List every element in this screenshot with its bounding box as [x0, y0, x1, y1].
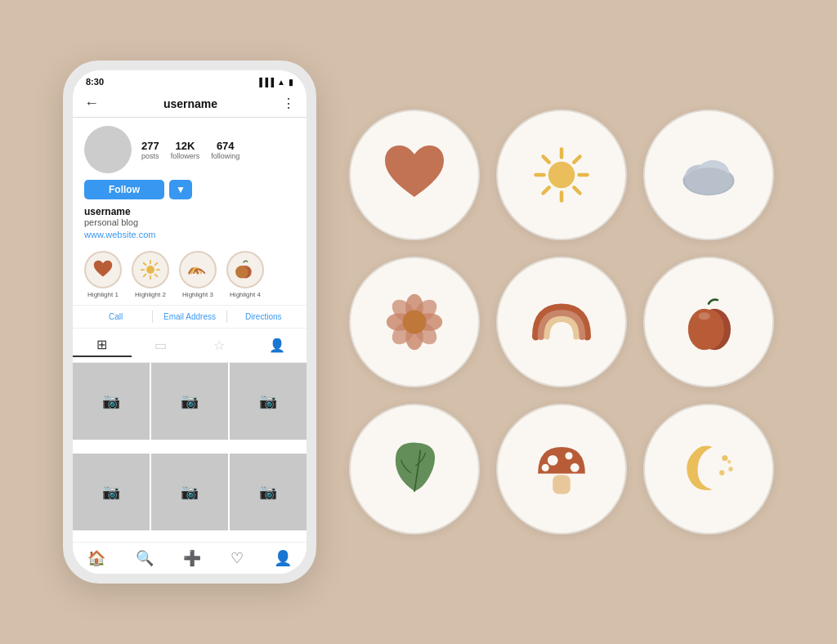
svg-point-41 [542, 464, 549, 472]
directions-tab[interactable]: Directions [229, 311, 298, 323]
status-time: 8:30 [86, 77, 104, 87]
contact-tabs: Call Email Address Directions [73, 305, 307, 329]
highlight-heart-circle[interactable] [349, 110, 480, 240]
svg-point-43 [728, 467, 732, 471]
highlight-3[interactable]: Highlight 3 [179, 251, 217, 298]
svg-line-19 [544, 187, 549, 193]
follow-row: Follow ▼ [84, 180, 295, 199]
status-icons: ▐▐▐ ▲ ▮ [257, 78, 293, 87]
photo-cell-6[interactable]: 📷 [230, 454, 307, 530]
home-nav[interactable]: 🏠 [87, 549, 105, 567]
profile-top: 277 posts 12K followers 674 following [84, 126, 295, 173]
svg-point-36 [698, 312, 709, 320]
highlight-4-label: Highlight 4 [230, 291, 261, 298]
svg-rect-37 [553, 475, 571, 494]
svg-point-44 [719, 470, 724, 475]
highlights-section: Highlight 1 [73, 244, 307, 305]
highlight-circle-4 [226, 251, 264, 288]
posts-count: 277 [141, 140, 159, 152]
highlight-1[interactable]: Highlight 1 [84, 251, 122, 298]
photo-cell-4[interactable]: 📷 [73, 454, 150, 530]
svg-point-38 [548, 455, 558, 466]
nav-bar: ← username ⋮ [73, 90, 307, 118]
highlight-apple-circle[interactable] [643, 257, 774, 387]
profile-bio: personal blog [84, 217, 295, 227]
grid-view-tab[interactable]: ⊞ [73, 333, 132, 357]
back-button[interactable]: ← [84, 95, 99, 112]
highlight-leaf-circle[interactable] [349, 404, 480, 534]
followers-stat: 12K followers [171, 140, 200, 160]
photo-cell-2[interactable]: 📷 [151, 363, 228, 440]
following-count: 674 [217, 140, 235, 152]
list-view-tab[interactable]: ▭ [132, 333, 190, 357]
bottom-nav: 🏠 🔍 ➕ ♡ 👤 [73, 542, 307, 574]
highlight-flower-circle[interactable] [349, 257, 480, 387]
status-bar: 8:30 ▐▐▐ ▲ ▮ [73, 70, 307, 90]
svg-point-32 [403, 311, 427, 334]
highlight-cloud-circle[interactable] [643, 110, 774, 240]
svg-line-17 [574, 187, 580, 193]
highlight-circle-3 [179, 251, 217, 288]
followers-label: followers [171, 152, 200, 160]
signal-icon: ▐▐▐ [257, 78, 274, 87]
search-nav[interactable]: 🔍 [136, 549, 154, 567]
email-tab[interactable]: Email Address [154, 311, 224, 323]
following-stat: 674 following [211, 140, 239, 160]
tagged-view-tab[interactable]: 👤 [248, 333, 307, 357]
avatar [84, 126, 132, 173]
likes-nav[interactable]: ♡ [231, 549, 244, 567]
profile-link[interactable]: www.website.com [84, 230, 295, 239]
svg-line-18 [574, 157, 580, 163]
phone-mockup: 8:30 ▐▐▐ ▲ ▮ ← username ⋮ [63, 60, 316, 584]
highlight-rainbow-circle[interactable] [496, 257, 627, 387]
highlights-grid [349, 110, 774, 534]
svg-point-23 [685, 168, 732, 194]
highlight-2[interactable]: Highlight 2 [132, 251, 169, 298]
svg-point-45 [727, 460, 732, 464]
svg-point-0 [146, 266, 154, 274]
svg-line-5 [144, 263, 146, 266]
highlight-mushroom-circle[interactable] [496, 404, 627, 534]
nav-menu-button[interactable]: ⋮ [282, 96, 295, 111]
highlight-moon-circle[interactable] [643, 404, 774, 534]
profile-name: username [84, 206, 295, 217]
followers-count: 12K [176, 140, 195, 152]
highlight-circle-1 [84, 251, 122, 288]
highlight-2-label: Highlight 2 [135, 291, 166, 298]
svg-point-11 [548, 162, 575, 188]
profile-section: 277 posts 12K followers 674 following [73, 118, 307, 244]
view-tabs: ⊞ ▭ ☆ 👤 [73, 329, 307, 363]
highlight-circle-2 [132, 251, 169, 288]
svg-line-8 [144, 275, 146, 277]
svg-line-6 [155, 275, 158, 277]
saved-view-tab[interactable]: ☆ [190, 333, 248, 357]
photo-cell-1[interactable]: 📷 [73, 363, 150, 440]
highlight-sun-circle[interactable] [496, 110, 627, 240]
svg-point-10 [235, 266, 248, 278]
profile-stats: 277 posts 12K followers 674 following [141, 140, 295, 160]
svg-line-7 [155, 263, 158, 266]
highlight-4[interactable]: Highlight 4 [226, 251, 264, 298]
svg-point-42 [722, 455, 727, 461]
nav-username: username [163, 97, 217, 110]
posts-stat: 277 posts [141, 140, 159, 160]
photo-grid: 📷 📷 📷 📷 📷 📷 [73, 363, 307, 542]
wifi-icon: ▲ [277, 78, 285, 87]
add-nav[interactable]: ➕ [183, 549, 201, 567]
highlight-1-label: Highlight 1 [87, 291, 119, 298]
highlight-3-label: Highlight 3 [182, 291, 213, 298]
following-label: following [211, 152, 239, 160]
photo-cell-5[interactable]: 📷 [151, 454, 228, 530]
svg-line-16 [544, 157, 549, 163]
profile-nav[interactable]: 👤 [274, 549, 292, 567]
call-tab[interactable]: Call [81, 311, 150, 323]
phone-screen: 8:30 ▐▐▐ ▲ ▮ ← username ⋮ [73, 70, 307, 574]
main-container: 8:30 ▐▐▐ ▲ ▮ ← username ⋮ [0, 0, 837, 644]
battery-icon: ▮ [289, 78, 293, 87]
follow-dropdown-button[interactable]: ▼ [169, 180, 192, 199]
posts-label: posts [141, 152, 159, 160]
svg-point-39 [566, 452, 573, 459]
svg-point-40 [571, 463, 580, 472]
follow-button[interactable]: Follow [84, 180, 164, 199]
photo-cell-3[interactable]: 📷 [230, 363, 307, 440]
